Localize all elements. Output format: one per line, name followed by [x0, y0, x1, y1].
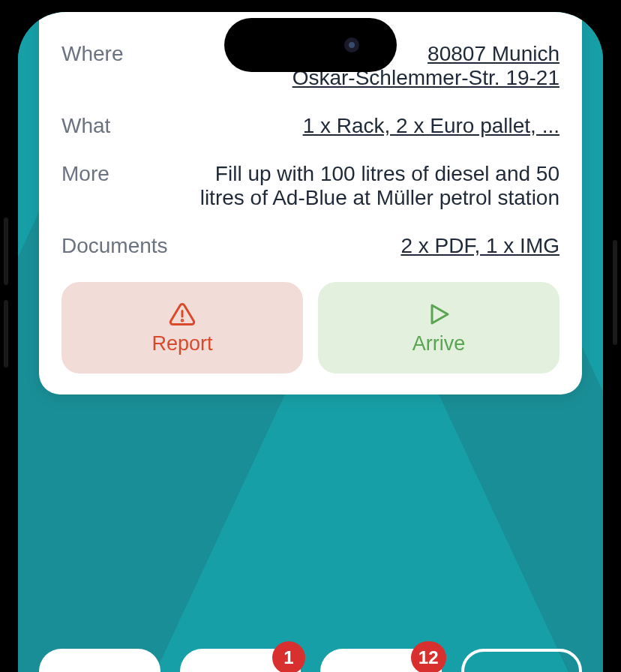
arrive-button[interactable]: Arrive [318, 282, 560, 374]
row-more: More Fill up with 100 litres of diesel a… [62, 162, 560, 210]
what-label: What [62, 114, 182, 138]
what-value[interactable]: 1 x Rack, 2 x Euro pallet, ... [196, 114, 560, 138]
tab-bar: Tours 1 Tasks 12 [39, 649, 582, 673]
more-label: More [62, 162, 182, 186]
more-tile [461, 649, 583, 673]
report-button[interactable]: Report [62, 282, 303, 374]
tab-tours[interactable]: Tours [39, 649, 160, 673]
row-what: What 1 x Rack, 2 x Euro pallet, ... [62, 114, 560, 138]
dynamic-island [224, 18, 397, 72]
tours-tile [39, 649, 160, 673]
screen: Where 80807 Munich Oskar-Schlemmer-Str. … [18, 12, 603, 672]
phone-frame: Where 80807 Munich Oskar-Schlemmer-Str. … [6, 0, 615, 672]
chat-badge: 12 [411, 641, 446, 673]
tab-chat[interactable]: 12 Chat [320, 649, 442, 673]
tab-more[interactable]: More [461, 649, 583, 673]
play-icon [425, 301, 452, 328]
svg-marker-2 [432, 305, 448, 323]
warning-triangle-icon [169, 301, 196, 328]
report-button-label: Report [152, 332, 212, 356]
tab-tasks[interactable]: 1 Tasks [180, 649, 302, 673]
row-documents: Documents 2 x PDF, 1 x IMG [62, 234, 560, 258]
where-label: Where [62, 42, 182, 66]
documents-label: Documents [62, 234, 182, 258]
documents-value[interactable]: 2 x PDF, 1 x IMG [196, 234, 560, 258]
tasks-badge: 1 [272, 641, 305, 673]
arrive-button-label: Arrive [412, 332, 466, 356]
more-value: Fill up with 100 litres of diesel and 50… [196, 162, 560, 210]
svg-point-1 [182, 320, 183, 321]
action-buttons: Report Arrive [62, 282, 560, 374]
